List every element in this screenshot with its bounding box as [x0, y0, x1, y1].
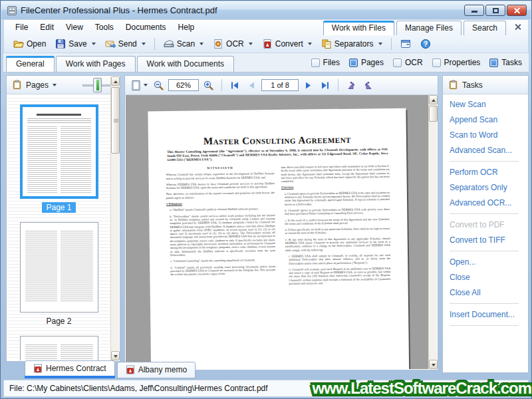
- tab-work-with-pages[interactable]: Work with Pages: [56, 56, 136, 72]
- toggle-properties[interactable]: Properties: [432, 58, 481, 67]
- maximize-icon: [493, 8, 499, 13]
- thumbnail-page-1[interactable]: Page 1: [20, 104, 98, 213]
- fit-page-button[interactable]: [129, 78, 149, 92]
- convert-button[interactable]: Convert: [258, 37, 316, 51]
- slider-thumb[interactable]: [93, 78, 102, 92]
- first-page-icon: [229, 80, 241, 91]
- window-options-button[interactable]: [396, 37, 415, 51]
- close-button[interactable]: [507, 5, 527, 16]
- minimize-button[interactable]: [464, 5, 484, 16]
- scan-button[interactable]: Scan: [160, 37, 207, 51]
- scroll-up-icon[interactable]: [429, 95, 438, 104]
- scanner-icon: [164, 39, 174, 49]
- toggle-files[interactable]: Files: [311, 58, 340, 67]
- doc-tab-hermes-contract[interactable]: Hermes Contract: [25, 360, 115, 378]
- task-separators-only[interactable]: Separators Only: [450, 183, 528, 192]
- ocr-button[interactable]: OCR: [209, 37, 257, 51]
- zoom-level-input[interactable]: [168, 79, 199, 91]
- save-button[interactable]: Save: [51, 37, 99, 51]
- clipboard-icon: [448, 80, 458, 90]
- window-tool-icon: [400, 39, 411, 49]
- tab-work-with-documents[interactable]: Work with Documents: [137, 56, 234, 72]
- fit-dropdown-icon[interactable]: [144, 84, 148, 86]
- toggle-ocr[interactable]: OCR: [393, 58, 423, 67]
- toggle-pages[interactable]: Pages: [349, 58, 384, 67]
- scroll-down-icon[interactable]: [111, 351, 120, 360]
- previous-page-button[interactable]: [245, 78, 259, 92]
- panel-toggles: Files Pages OCR Properties Tasks: [311, 53, 522, 72]
- task-convert-to-tiff[interactable]: Convert to TIFF: [450, 235, 528, 245]
- tab-strip-close-icon[interactable]: [512, 21, 524, 33]
- first-page-button[interactable]: [228, 78, 242, 92]
- send-mail-icon: [105, 39, 116, 49]
- page-1-thumbnail-image: [20, 104, 98, 199]
- pages-dropdown-icon: [53, 84, 57, 86]
- menu-edit[interactable]: Edit: [34, 21, 60, 34]
- document-scrollbar[interactable]: [428, 95, 437, 369]
- separators-button[interactable]: Separators: [317, 37, 386, 51]
- task-advanced-ocr[interactable]: Advanced OCR...: [450, 198, 528, 207]
- send-button[interactable]: Send: [101, 37, 150, 51]
- task-close[interactable]: Close: [450, 273, 528, 282]
- task-scan-to-word[interactable]: Scan to Word: [450, 130, 528, 140]
- scroll-down-icon[interactable]: [429, 360, 438, 369]
- tasks-checkbox-icon: [489, 59, 498, 67]
- tab-general[interactable]: General: [6, 56, 55, 72]
- thumbnail-scrollbar[interactable]: [110, 76, 119, 360]
- task-group-divider: [450, 325, 519, 326]
- tab-search[interactable]: Search: [464, 21, 506, 35]
- toggle-tasks[interactable]: Tasks: [489, 58, 522, 67]
- pages-dropdown[interactable]: Pages: [12, 80, 57, 90]
- thumbnail-page-3[interactable]: [20, 336, 98, 360]
- scan-dropdown-icon[interactable]: [200, 43, 203, 45]
- zoom-in-button[interactable]: [201, 78, 215, 92]
- mode-tab-strip: Work with Files Manage Files Search: [323, 21, 525, 35]
- thumbnail-size-slider[interactable]: [82, 78, 114, 92]
- task-advanced-scan[interactable]: Advanced Scan...: [450, 146, 528, 155]
- tab-manage-files[interactable]: Manage Files: [396, 21, 462, 35]
- app-icon: [7, 5, 17, 16]
- rotate-right-button[interactable]: [361, 78, 375, 92]
- zoom-out-button[interactable]: [152, 78, 166, 92]
- separators-dropdown-icon[interactable]: [378, 43, 382, 45]
- next-page-button[interactable]: [301, 78, 315, 92]
- menu-tools[interactable]: Tools: [89, 21, 120, 34]
- save-label: Save: [68, 39, 86, 49]
- save-disk-icon: [55, 39, 66, 49]
- thumbnail-page-2[interactable]: Page 2: [20, 222, 98, 327]
- main-toolbar: Open Save Se: [4, 35, 528, 53]
- scrollbar-thumb[interactable]: [429, 106, 438, 122]
- previous-page-icon: [246, 80, 257, 91]
- last-page-button[interactable]: [318, 78, 332, 92]
- ocr-checkbox-icon: [393, 59, 402, 67]
- task-open[interactable]: Open...: [450, 257, 528, 267]
- task-append-scan[interactable]: Append Scan: [450, 115, 528, 124]
- task-close-all[interactable]: Close All: [450, 288, 528, 297]
- document-canvas[interactable]: Master Consulting Agreement This Master …: [126, 95, 428, 369]
- doc-tab-albany-memo[interactable]: Albany memo: [117, 362, 196, 378]
- page-2-thumbnail-image: [20, 222, 98, 313]
- task-perform-ocr[interactable]: Perform OCR: [450, 168, 528, 177]
- ocr-dropdown-icon[interactable]: [249, 43, 253, 45]
- task-insert-document[interactable]: Insert Document...: [450, 310, 528, 319]
- maximize-button[interactable]: [485, 5, 505, 16]
- task-group-divider: [450, 161, 519, 162]
- scrollbar-thumb[interactable]: [111, 87, 120, 154]
- save-dropdown-icon[interactable]: [92, 43, 96, 45]
- help-button[interactable]: ?: [416, 37, 435, 51]
- menu-documents[interactable]: Documents: [120, 21, 172, 34]
- task-group-divider: [450, 303, 519, 304]
- rotate-left-button[interactable]: [344, 78, 358, 92]
- open-button[interactable]: Open: [9, 37, 50, 51]
- send-dropdown-icon[interactable]: [142, 43, 146, 45]
- menu-file[interactable]: File: [9, 21, 34, 34]
- menu-help[interactable]: Help: [172, 21, 201, 34]
- document-viewer-panel: Master Consulting Agreement This Master …: [124, 75, 438, 370]
- tab-work-with-files[interactable]: Work with Files: [323, 21, 394, 35]
- document-left-column: WITNESSETH Whereas Cleansoft has certain…: [166, 166, 275, 289]
- task-new-scan[interactable]: New Scan: [450, 100, 528, 109]
- scroll-up-icon[interactable]: [111, 76, 120, 86]
- convert-dropdown-icon[interactable]: [308, 43, 312, 45]
- menu-view[interactable]: View: [60, 21, 89, 34]
- page-number-input[interactable]: [261, 79, 299, 91]
